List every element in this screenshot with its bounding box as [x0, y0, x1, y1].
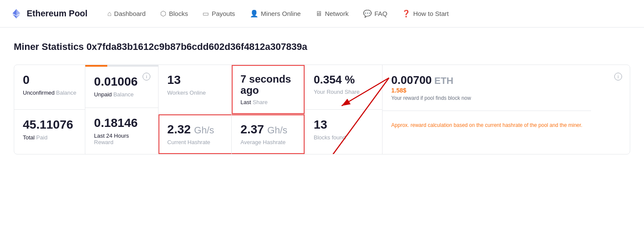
- nav-item-dashboard[interactable]: ⌂ Dashboard: [101, 6, 152, 21]
- brand: Ethereum Pool: [10, 8, 87, 20]
- total-paid-label: Total Paid: [23, 134, 76, 141]
- eth-reward-value: 0.00700: [391, 74, 432, 87]
- last-share-cell: 7 seconds ago Last Share: [232, 65, 305, 114]
- navbar: Ethereum Pool ⌂ Dashboard ⬡ Blocks ▭ Pay…: [0, 0, 644, 28]
- blocks-found-cell: 13 Blocks found: [305, 110, 382, 154]
- page-content: Miner Statistics 0x7fda83b1612c9b87b6cdd…: [0, 28, 644, 168]
- nav-item-blocks[interactable]: ⬡ Blocks: [154, 6, 194, 21]
- last24h-label-text: Last 24 Hours: [94, 133, 129, 139]
- last24h-label2: Reward: [94, 139, 113, 145]
- payouts-icon: ▭: [202, 9, 209, 18]
- total-label-prefix: Total: [23, 134, 34, 141]
- last-share-label-suffix: Share: [253, 99, 268, 105]
- nav-item-faq[interactable]: 💬 FAQ: [357, 6, 393, 21]
- round-share-value: 0.354 %: [314, 74, 373, 86]
- unpaid-label-prefix: Unpaid: [94, 91, 112, 98]
- unpaid-balance-value: 0.01006: [94, 75, 149, 89]
- blocks-found-value: 13: [314, 118, 373, 132]
- nav-label-faq: FAQ: [374, 10, 387, 17]
- average-hashrate-unit: Gh/s: [268, 125, 287, 136]
- last-share-label: Last Share: [240, 99, 296, 105]
- nav-label-miners: Miners Online: [261, 10, 301, 17]
- current-hashrate-cell: 2.32 Gh/s Current Hashrate: [159, 114, 232, 154]
- eth-approx-text: Approx. reward calculation based on the …: [391, 121, 582, 129]
- unpaid-balance-label: Unpaid Balance: [94, 91, 149, 98]
- nav-label-blocks: Blocks: [169, 10, 188, 17]
- blocks-found-label: Blocks found: [314, 134, 373, 141]
- last24h-cell: 0.18146 Last 24 Hours Reward: [85, 108, 158, 154]
- round-share-label: Your Round Share: [314, 89, 373, 95]
- current-hashrate-value: 2.32 Gh/s: [167, 123, 223, 136]
- workers-online-label: Workers Online: [167, 89, 223, 96]
- total-paid-cell: 45.11076 Total Paid: [14, 110, 85, 154]
- col-eth-reward: 0.00700 ETH 1.58$ Your reward if pool fi…: [383, 65, 591, 154]
- nav-label-how-to-start: How to Start: [413, 10, 449, 17]
- average-hashrate-value: 2.37 Gh/s: [240, 123, 296, 136]
- last24h-label: Last 24 Hours Reward: [94, 133, 149, 145]
- help-icon: ❓: [402, 9, 411, 18]
- total-paid-value: 45.11076: [23, 118, 76, 132]
- miners-icon: 👤: [250, 9, 258, 18]
- unconfirmed-balance-value: 0: [23, 74, 76, 87]
- col-balance: 0 Unconfirmed Balance i 45.11076 Total P…: [14, 65, 85, 154]
- unconfirmed-label-suffix: Balance: [56, 89, 76, 96]
- nav-label-network: Network: [325, 10, 348, 17]
- nav-label-payouts: Payouts: [212, 10, 235, 17]
- eth-approx-cell: Approx. reward calculation based on the …: [383, 111, 591, 154]
- nav-links: ⌂ Dashboard ⬡ Blocks ▭ Payouts 👤 Miners …: [101, 6, 634, 21]
- blocks-icon: ⬡: [160, 9, 166, 18]
- faq-icon: 💬: [363, 9, 372, 18]
- col-hashrate: 13 Workers Online 7 seconds ago Last Sha…: [159, 65, 305, 154]
- eth-value-row: 0.00700 ETH: [391, 74, 582, 87]
- unconfirmed-balance-label: Unconfirmed Balance: [23, 89, 76, 96]
- eth-reward-top-cell: 0.00700 ETH 1.58$ Your reward if pool fi…: [383, 65, 591, 111]
- unconfirmed-balance-cell: 0 Unconfirmed Balance i: [14, 65, 85, 110]
- unconfirmed-label-prefix: Unconfirmed: [23, 89, 55, 96]
- eth-usd-value: 1.58$: [391, 87, 582, 94]
- nav-item-payouts[interactable]: ▭ Payouts: [196, 6, 241, 21]
- current-hashrate-label: Current Hashrate: [167, 139, 223, 145]
- page-title: Miner Statistics 0x7fda83b1612c9b87b6cdd…: [14, 41, 630, 52]
- col-round: 0.354 % Your Round Share 13 Blocks found: [305, 65, 383, 154]
- eth-reward-desc: Your reward if pool finds block now: [391, 95, 582, 102]
- current-hashrate-unit: Gh/s: [194, 125, 214, 136]
- col-unpaid: 0.01006 Unpaid Balance i 0.18146 Last 24…: [85, 65, 159, 154]
- network-icon: 🖥: [315, 10, 322, 18]
- nav-item-miners-online[interactable]: 👤 Miners Online: [244, 6, 307, 21]
- round-share-cell: 0.354 % Your Round Share: [305, 65, 382, 110]
- workers-online-value: 13: [167, 74, 223, 87]
- unpaid-label-suffix: Balance: [113, 91, 134, 98]
- last24h-value: 0.18146: [94, 117, 149, 130]
- last-share-label-prefix: Last: [240, 99, 251, 105]
- stats-container: 0 Unconfirmed Balance i 45.11076 Total P…: [14, 65, 630, 154]
- unpaid-balance-cell: 0.01006 Unpaid Balance i: [85, 65, 158, 108]
- workers-online-cell: 13 Workers Online: [159, 65, 232, 114]
- nav-label-dashboard: Dashboard: [114, 10, 146, 17]
- total-label-suffix: Paid: [36, 134, 47, 141]
- eth-logo-icon: [10, 8, 22, 20]
- average-hashrate-label: Average Hashrate: [240, 139, 296, 145]
- nav-item-how-to-start[interactable]: ❓ How to Start: [396, 6, 455, 21]
- progress-bar-container: [85, 65, 158, 67]
- col3-bottom-row: 2.32 Gh/s Current Hashrate 2.37 Gh/s Ave…: [159, 114, 305, 154]
- unconfirmed-info-icon[interactable]: i: [614, 73, 622, 80]
- col3-top-row: 13 Workers Online 7 seconds ago Last Sha…: [159, 65, 305, 114]
- nav-item-network[interactable]: 🖥 Network: [309, 6, 355, 21]
- home-icon: ⌂: [107, 10, 112, 18]
- eth-reward-unit: ETH: [434, 75, 453, 86]
- last-share-value: 7 seconds ago: [240, 74, 296, 96]
- progress-bar-fill: [85, 65, 107, 67]
- average-hashrate-cell: 2.37 Gh/s Average Hashrate: [232, 114, 305, 154]
- brand-name: Ethereum Pool: [27, 9, 87, 18]
